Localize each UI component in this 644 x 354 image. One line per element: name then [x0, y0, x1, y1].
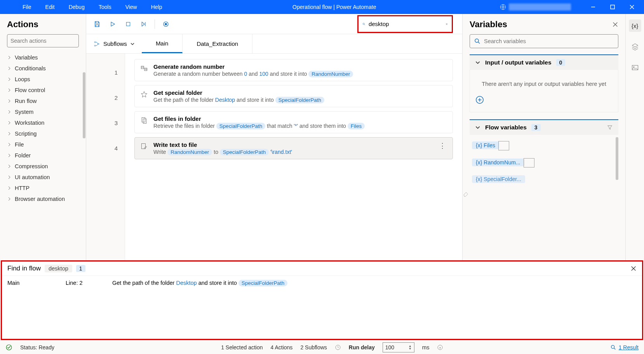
- category-item[interactable]: Compression: [0, 161, 86, 172]
- variable-chip: {x}SpecialFolder...: [472, 175, 525, 183]
- stop-button[interactable]: [121, 17, 135, 31]
- toolbar: [86, 14, 462, 34]
- variables-panel: Variables Input / output variables 0 The…: [462, 14, 625, 260]
- menu-view[interactable]: View: [118, 0, 144, 14]
- subflows-dropdown[interactable]: Subflows: [86, 34, 142, 53]
- io-variables-header[interactable]: Input / output variables 0: [470, 54, 618, 70]
- step-title: Write text to file: [153, 141, 432, 148]
- chevron-right-icon: [7, 186, 12, 190]
- status-bar: Status: Ready 1 Selected action 4 Action…: [0, 340, 644, 354]
- menu-edit[interactable]: Edit: [38, 0, 62, 14]
- run-button[interactable]: [106, 17, 120, 31]
- files-icon: [140, 117, 148, 124]
- filter-icon[interactable]: [607, 124, 613, 131]
- svg-rect-3: [126, 22, 130, 26]
- category-label: Conditionals: [15, 65, 46, 71]
- clear-search-icon[interactable]: [446, 21, 448, 27]
- random-icon: A1A2: [140, 65, 148, 72]
- svg-point-7: [94, 42, 96, 43]
- step-button[interactable]: [137, 17, 151, 31]
- step-description: Retrieve the files in folder SpecialFold…: [153, 123, 447, 129]
- clock-icon: [335, 344, 341, 351]
- save-button[interactable]: [90, 17, 104, 31]
- action-step[interactable]: A1A2 Generate random number Generate a r…: [134, 59, 453, 81]
- record-button[interactable]: [159, 17, 173, 31]
- close-panel-icon[interactable]: [612, 21, 618, 28]
- spinner-icon[interactable]: ▲▼: [409, 345, 412, 350]
- maximize-button[interactable]: [604, 0, 621, 14]
- environment-badge[interactable]: [500, 3, 571, 10]
- category-item[interactable]: Flow control: [0, 85, 86, 96]
- category-item[interactable]: UI automation: [0, 172, 86, 183]
- find-result-row[interactable]: Main Line: 2 Get the path of the folder …: [2, 276, 642, 290]
- category-label: System: [15, 109, 33, 115]
- step-description: Get the path of the folder Desktop and s…: [153, 97, 447, 103]
- chevron-right-icon: [7, 142, 12, 147]
- category-item[interactable]: Browser automation: [0, 194, 86, 204]
- rail-variables-icon[interactable]: {x}: [629, 19, 641, 32]
- category-label: Variables: [15, 54, 38, 61]
- category-item[interactable]: System: [0, 106, 86, 117]
- category-label: Workstation: [15, 120, 44, 126]
- actions-search-input[interactable]: [10, 38, 78, 44]
- io-variables-empty: There aren't any input or output variabl…: [470, 70, 618, 112]
- add-variable-button[interactable]: [475, 96, 613, 104]
- action-step[interactable]: Get special folder Get the path of the f…: [134, 85, 453, 107]
- category-item[interactable]: Workstation: [0, 117, 86, 128]
- category-label: UI automation: [15, 174, 50, 180]
- flow-variables-header[interactable]: Flow variables 3: [470, 119, 618, 135]
- category-item[interactable]: Variables: [0, 52, 86, 63]
- info-icon[interactable]: [437, 344, 443, 351]
- close-find-icon[interactable]: [630, 265, 637, 272]
- menu-file[interactable]: File: [16, 0, 38, 14]
- subflow-tabs: Subflows Main Data_Extraction: [86, 34, 462, 54]
- category-item[interactable]: Folder: [0, 150, 86, 161]
- variables-search-input[interactable]: [484, 38, 614, 44]
- chevron-right-icon: [7, 99, 12, 103]
- variables-search[interactable]: [470, 34, 618, 48]
- search-in-flow-input[interactable]: [369, 21, 442, 27]
- category-item[interactable]: Loops: [0, 74, 86, 85]
- category-item[interactable]: HTTP: [0, 183, 86, 194]
- rail-layers-icon[interactable]: [629, 40, 641, 53]
- variable-row[interactable]: {x}RandomNum...: [470, 154, 618, 171]
- category-item[interactable]: File: [0, 139, 86, 150]
- menu-help[interactable]: Help: [144, 0, 169, 14]
- category-item[interactable]: Conditionals: [0, 63, 86, 74]
- variables-scrollbar[interactable]: [616, 137, 618, 180]
- category-label: Loops: [15, 76, 30, 82]
- chevron-down-icon: [475, 60, 480, 65]
- find-subflow: Main: [7, 280, 66, 286]
- chevron-right-icon: [7, 88, 12, 92]
- svg-point-24: [611, 345, 614, 348]
- actions-search[interactable]: [7, 34, 79, 47]
- search-in-flow-box[interactable]: [357, 15, 453, 33]
- rail-images-icon[interactable]: [629, 61, 641, 74]
- step-more-button[interactable]: ⋮: [438, 141, 447, 150]
- category-item[interactable]: Run flow: [0, 96, 86, 106]
- window-title: Operational flow | Power Automate: [169, 4, 500, 10]
- status-selected: 1 Selected action: [221, 344, 263, 351]
- menu-debug[interactable]: Debug: [62, 0, 92, 14]
- flow-canvas: 1 2 3 4 A1A2 Generate random number Gene…: [86, 54, 462, 260]
- step-description: Write RandomNumber to SpecialFolderPath …: [153, 149, 432, 155]
- tab-main[interactable]: Main: [142, 34, 183, 53]
- results-link[interactable]: 1 Result: [610, 344, 639, 351]
- action-step-selected[interactable]: Write text to file Write RandomNumber to…: [134, 137, 453, 159]
- run-delay-label: Run delay: [349, 344, 375, 351]
- subflows-label: Subflows: [103, 40, 127, 47]
- flow-variables-list: {x}Files {x}RandomNum... {x}SpecialFolde…: [470, 137, 618, 187]
- clear-variables-button[interactable]: [463, 187, 625, 200]
- tab-data-extraction[interactable]: Data_Extraction: [183, 34, 252, 53]
- variable-row[interactable]: {x}SpecialFolder...: [470, 171, 618, 187]
- close-button[interactable]: [623, 0, 641, 14]
- minimize-button[interactable]: [584, 0, 602, 14]
- svg-text:A1: A1: [141, 66, 144, 68]
- run-delay-input[interactable]: 100 ▲▼: [383, 342, 414, 352]
- menu-tools[interactable]: Tools: [92, 0, 118, 14]
- action-step[interactable]: Get files in folder Retrieve the files i…: [134, 111, 453, 133]
- status-ok-icon: [5, 344, 12, 351]
- variable-row[interactable]: {x}Files: [470, 137, 618, 154]
- actions-scrollbar[interactable]: [83, 72, 85, 138]
- category-item[interactable]: Scripting: [0, 128, 86, 139]
